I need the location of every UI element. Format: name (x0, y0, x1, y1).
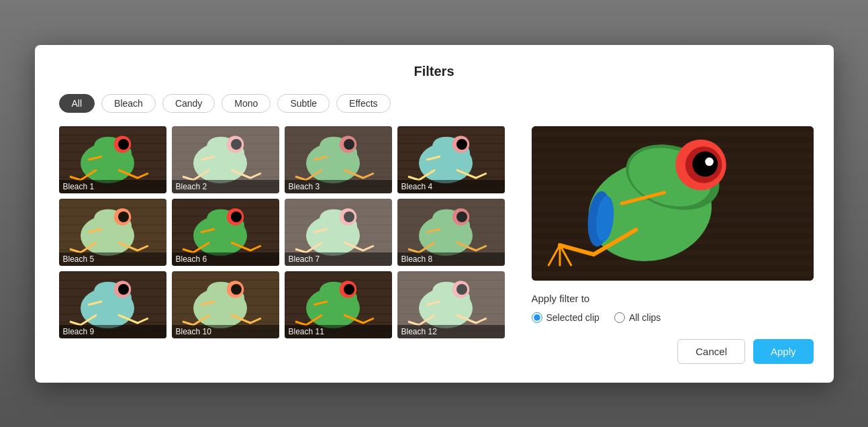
filter-label-bleach1: Bleach 1 (59, 180, 166, 193)
filter-item-bleach6[interactable]: Bleach 6 (172, 199, 279, 266)
filter-label-bleach12: Bleach 12 (397, 325, 505, 338)
filter-label-bleach11: Bleach 11 (285, 325, 392, 338)
filter-label-bleach3: Bleach 3 (285, 180, 392, 193)
radio-all-clips[interactable]: All clips (614, 312, 661, 323)
radio-selected-clip[interactable]: Selected clip (532, 312, 599, 323)
filter-item-bleach7[interactable]: Bleach 7 (285, 199, 392, 266)
filter-label-bleach5: Bleach 5 (59, 252, 166, 266)
filter-item-bleach1[interactable]: Bleach 1 (59, 126, 166, 193)
filter-item-bleach11[interactable]: Bleach 11 (285, 271, 392, 338)
filter-label-bleach2: Bleach 2 (172, 180, 279, 193)
filter-item-bleach2[interactable]: Bleach 2 (172, 126, 279, 193)
filter-label-bleach7: Bleach 7 (285, 252, 392, 266)
filter-label-bleach8: Bleach 8 (397, 252, 505, 266)
modal-footer: Cancel Apply (532, 339, 814, 364)
radio-selected-clip-input[interactable] (532, 312, 542, 323)
filter-grid-area: Bleach 1Bleach 2Bleach 3Bleach 4Bleach 5… (59, 126, 516, 364)
cancel-button[interactable]: Cancel (677, 339, 745, 364)
filter-tab-bleach[interactable]: Bleach (101, 94, 156, 113)
filter-tab-effects[interactable]: Effects (336, 94, 391, 113)
filter-label-bleach10: Bleach 10 (172, 325, 279, 338)
apply-button[interactable]: Apply (753, 339, 814, 364)
filter-tab-mono[interactable]: Mono (222, 94, 271, 113)
filter-item-bleach9[interactable]: Bleach 9 (59, 271, 166, 338)
filter-item-bleach4[interactable]: Bleach 4 (397, 126, 505, 193)
filters-modal: Filters AllBleachCandyMonoSubtleEffects … (35, 45, 834, 383)
filter-label-bleach4: Bleach 4 (397, 180, 505, 193)
filter-item-bleach5[interactable]: Bleach 5 (59, 199, 166, 266)
radio-group: Selected clip All clips (532, 312, 814, 323)
filter-tab-candy[interactable]: Candy (162, 94, 215, 113)
preview-area: Apply filter to Selected clip All clips … (532, 126, 814, 364)
filter-tabs: AllBleachCandyMonoSubtleEffects (59, 94, 810, 113)
filter-item-bleach12[interactable]: Bleach 12 (397, 271, 505, 338)
filter-tab-all[interactable]: All (59, 94, 95, 113)
radio-all-clips-input[interactable] (614, 312, 625, 323)
filter-label-bleach9: Bleach 9 (59, 325, 166, 338)
filter-label-bleach6: Bleach 6 (172, 252, 279, 266)
filter-tab-subtle[interactable]: Subtle (277, 94, 330, 113)
filter-item-bleach8[interactable]: Bleach 8 (397, 199, 505, 266)
filter-item-bleach3[interactable]: Bleach 3 (285, 126, 392, 193)
radio-all-clips-label: All clips (629, 312, 661, 323)
modal-body: Bleach 1Bleach 2Bleach 3Bleach 4Bleach 5… (59, 126, 810, 364)
filter-grid: Bleach 1Bleach 2Bleach 3Bleach 4Bleach 5… (59, 126, 516, 338)
radio-selected-clip-label: Selected clip (546, 312, 599, 323)
filter-item-bleach10[interactable]: Bleach 10 (172, 271, 279, 338)
preview-image (532, 126, 814, 281)
apply-filter-label: Apply filter to (532, 293, 814, 304)
modal-title: Filters (59, 64, 810, 79)
